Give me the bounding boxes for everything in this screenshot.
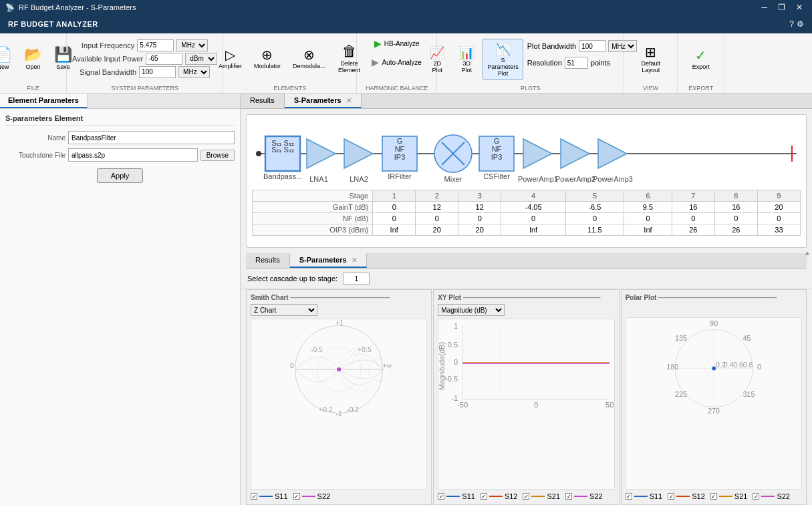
- polar-s12-checkbox[interactable]: ✓: [668, 493, 674, 500]
- auto-analyze-button[interactable]: ▶ Auto-Analyze: [367, 55, 426, 69]
- xy-s21-legend: ✓ S21: [523, 492, 560, 500]
- svg-text:Mixer: Mixer: [444, 175, 462, 183]
- smith-s22-checkbox[interactable]: ✓: [293, 493, 300, 500]
- poweramp2-element[interactable]: [561, 139, 589, 168]
- results-tab[interactable]: Results: [241, 94, 285, 108]
- minimize-button[interactable]: ─: [757, 3, 771, 12]
- close-button[interactable]: ✕: [792, 3, 807, 12]
- export-button[interactable]: ✓ Export: [688, 44, 714, 73]
- element-params-tab[interactable]: Element Parameters: [0, 94, 88, 108]
- cascade-input[interactable]: [343, 273, 370, 285]
- available-input-power-input[interactable]: [146, 53, 182, 65]
- plot-settings: Plot Bandwidth MHz Resolution points: [527, 40, 637, 69]
- 2d-plot-button[interactable]: 📈 2DPlot: [424, 42, 450, 77]
- xy-s12-checkbox[interactable]: ✓: [481, 493, 487, 500]
- svg-text:PowerAmp3: PowerAmp3: [593, 175, 633, 183]
- s-parameters-subtab[interactable]: S-Parameters ✕: [290, 253, 367, 268]
- help-button[interactable]: ?: [789, 19, 794, 29]
- smith-legend: ✓ S11 ✓ S22: [251, 492, 427, 500]
- results-subtab[interactable]: Results: [246, 253, 290, 268]
- polar-s11-point: [712, 367, 716, 371]
- signal-bandwidth-unit[interactable]: MHz GHz: [178, 66, 210, 78]
- lna2-element[interactable]: [344, 139, 373, 168]
- title-bar-text: RF Budget Analyzer - S-Parameters: [19, 3, 136, 11]
- view-buttons: ⊞ DefaultLayout: [636, 36, 665, 90]
- stage-table: Stage 1 2 3 4 5 6 7 8 9 GainT (dB): [252, 190, 801, 236]
- open-button[interactable]: 📂 Open: [19, 44, 47, 73]
- new-button[interactable]: 📄 New: [0, 44, 17, 73]
- signal-bandwidth-row: Signal Bandwidth MHz GHz: [80, 66, 210, 78]
- svg-text:+0.2: +0.2: [319, 406, 333, 413]
- demodulator-button[interactable]: ⊗ Demodula...: [288, 45, 330, 73]
- xy-s11-legend: ✓ S11: [438, 492, 475, 500]
- svg-text:NF: NF: [395, 145, 405, 153]
- resolution-unit-label: points: [591, 59, 610, 67]
- svg-text:225: 225: [675, 390, 687, 398]
- element-panel: S-parameters Element Name Touchstone Fil…: [0, 109, 240, 505]
- svg-text:G: G: [397, 137, 403, 145]
- new-icon: 📄: [0, 47, 12, 62]
- export-icon: ✓: [695, 47, 706, 63]
- settings-button[interactable]: ⚙: [797, 19, 804, 29]
- smith-s22-point: [337, 367, 341, 371]
- smith-chart-title: Smith Chart ─────────────────────: [251, 294, 427, 301]
- available-input-power-unit[interactable]: dBm dBW: [185, 53, 217, 65]
- left-panel-tabs: Element Parameters: [0, 94, 240, 109]
- file-group-label: FILE: [0, 85, 66, 92]
- hb-analyze-button[interactable]: ▶ HB-Analyze: [370, 36, 424, 51]
- input-frequency-unit[interactable]: MHz GHz: [176, 39, 208, 51]
- svg-text:90: 90: [710, 319, 718, 327]
- svg-text:0: 0: [454, 358, 458, 366]
- polar-s21-color: [719, 496, 732, 497]
- polar-s11-checkbox[interactable]: ✓: [626, 493, 632, 500]
- resolution-input[interactable]: [565, 57, 588, 69]
- right-panel: Results S-Parameters ✕ S₁₁ S₁₂ S₂₁ S₂₂: [241, 94, 812, 505]
- ribbon-collapse-button[interactable]: ▲: [804, 249, 811, 257]
- signal-bandwidth-input[interactable]: [139, 66, 176, 78]
- plot-bandwidth-input[interactable]: [579, 40, 605, 52]
- name-input[interactable]: [68, 131, 235, 144]
- smith-chart-select[interactable]: Z Chart Y Chart: [251, 304, 317, 316]
- svg-text:IRFilter: IRFilter: [388, 172, 412, 180]
- xy-legend: ✓ S11 ✓ S12 ✓ S21 ✓: [438, 492, 614, 500]
- restore-button[interactable]: ❐: [774, 3, 789, 12]
- plots-group: 📈 2DPlot 📊 3DPlot 📉 S ParametersPlot Plo…: [437, 33, 624, 93]
- xy-s22-checkbox[interactable]: ✓: [565, 493, 572, 500]
- plot-bandwidth-row: Plot Bandwidth MHz: [527, 40, 637, 52]
- default-layout-button[interactable]: ⊞ DefaultLayout: [636, 41, 665, 77]
- ribbon: 📄 New 📂 Open 💾 Save FILE Input Frequency…: [0, 33, 812, 94]
- s-params-plot-button[interactable]: 📉 S ParametersPlot: [483, 39, 523, 80]
- xy-plot-select[interactable]: Magnitude (dB) Phase (deg): [438, 304, 505, 316]
- export-group: ✓ Export EXPORT: [678, 33, 724, 93]
- poweramp1-element[interactable]: [523, 139, 552, 168]
- plot-buttons: 📈 2DPlot 📊 3DPlot 📉 S ParametersPlot: [424, 39, 523, 80]
- xy-s21-checkbox[interactable]: ✓: [523, 493, 529, 500]
- polar-plot-svg: 90 0 270 180 45 135 315 225 0.2 0.4 0.6 …: [626, 318, 801, 418]
- s-parameters-tab[interactable]: S-Parameters ✕: [285, 94, 362, 108]
- smith-s11-checkbox[interactable]: ✓: [251, 493, 257, 500]
- poweramp3-element[interactable]: [598, 139, 627, 168]
- svg-text:50: 50: [605, 401, 614, 409]
- amplifier-button[interactable]: ▷ Amplifier: [214, 45, 247, 73]
- sparams-close-icon[interactable]: ✕: [352, 257, 357, 264]
- modulator-button[interactable]: ⊕ Modulator: [249, 45, 285, 73]
- elements-group: ▷ Amplifier ⊕ Modulator ⊗ Demodula... 🗑 …: [223, 33, 357, 93]
- touchstone-input[interactable]: [68, 148, 198, 162]
- svg-text:PowerAmp2: PowerAmp2: [555, 175, 595, 183]
- xy-s11-checkbox[interactable]: ✓: [438, 493, 444, 500]
- apply-button[interactable]: Apply: [97, 168, 144, 183]
- lna1-element[interactable]: [307, 139, 335, 168]
- default-layout-icon: ⊞: [645, 44, 656, 60]
- s-parameters-tab-close[interactable]: ✕: [346, 97, 352, 104]
- polar-s22-checkbox[interactable]: ✓: [753, 493, 759, 500]
- svg-text:+∞: +∞: [383, 362, 392, 369]
- input-frequency-input[interactable]: [137, 39, 174, 51]
- delete-icon: 🗑: [342, 44, 357, 59]
- circuit-area: S₁₁ S₁₂ S₂₁ S₂₂ Bandpass... LNA1 LNA2 G …: [246, 114, 807, 248]
- 3d-plot-button[interactable]: 📊 3DPlot: [453, 42, 480, 77]
- browse-button[interactable]: Browse: [200, 150, 235, 161]
- polar-s21-legend: ✓ S21: [710, 492, 748, 500]
- polar-s21-checkbox[interactable]: ✓: [710, 493, 717, 500]
- svg-text:1: 1: [454, 322, 458, 330]
- table-row: NF (dB) 0 0 0 0 0 0 0 0 0: [253, 213, 801, 224]
